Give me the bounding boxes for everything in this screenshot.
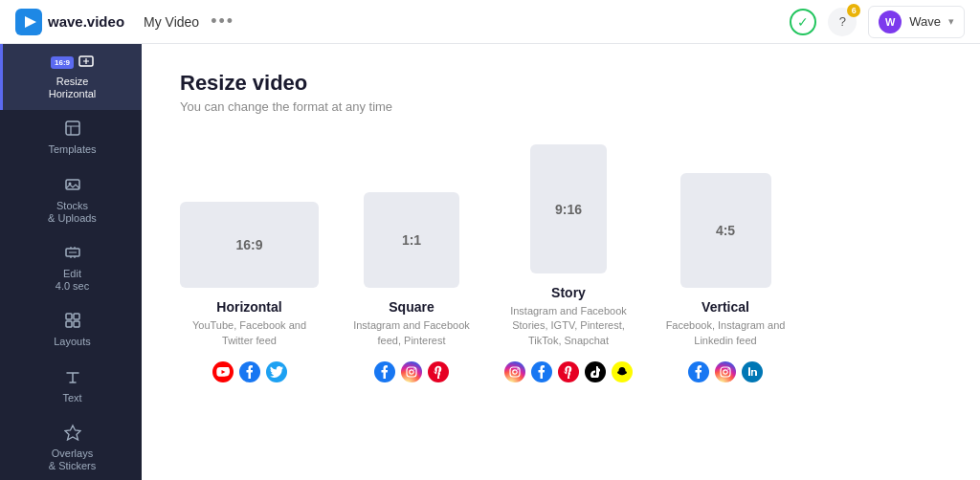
facebook-icon-sq <box>374 361 395 382</box>
format-shape-story: 9:16 <box>530 144 607 273</box>
format-icons-story <box>504 361 633 382</box>
sidebar-item-label-resize: Resize Horizontal <box>49 76 97 100</box>
sidebar-item-templates[interactable]: Templates <box>0 110 142 165</box>
format-horizontal[interactable]: 16:9 Horizontal YouTube, Facebook and Tw… <box>180 202 319 382</box>
sidebar-item-label-layouts: Layouts <box>54 336 91 348</box>
svg-point-18 <box>413 368 415 370</box>
format-icons-horizontal <box>212 361 287 382</box>
chevron-down-icon: ▾ <box>948 15 954 28</box>
overlays-icon <box>64 424 81 444</box>
sidebar-item-label-edit: Edit 4.0 sec <box>56 268 89 293</box>
format-shape-vertical: 4:5 <box>680 173 771 288</box>
layouts-icon <box>64 312 81 332</box>
pinterest-icon-sq <box>428 361 449 382</box>
edit-icon <box>64 244 81 264</box>
help-badge: 6 <box>847 4 860 17</box>
facebook-icon-st <box>531 361 552 382</box>
logo-text: wave.video <box>48 13 124 30</box>
sidebar-item-label-stocks: Stocks & Uploads <box>48 200 97 225</box>
twitter-icon <box>266 361 287 382</box>
sidebar-item-label-text: Text <box>62 392 81 404</box>
pinterest-icon-st <box>558 361 579 382</box>
sidebar: 16:9 Resize Horizontal Templates Stocks … <box>0 44 142 480</box>
avatar: W <box>879 11 902 33</box>
topbar: wave.video My Video ••• ✓ ? 6 W Wave ▾ <box>0 0 980 44</box>
templates-icon <box>64 120 81 140</box>
format-shape-horizontal: 16:9 <box>180 202 319 288</box>
sidebar-item-stocks[interactable]: Stocks & Uploads <box>0 166 142 234</box>
svg-rect-8 <box>74 314 79 319</box>
check-icon: ✓ <box>790 9 816 35</box>
instagram-icon-sq <box>401 361 422 382</box>
svg-marker-11 <box>65 425 80 440</box>
instagram-icon-vt <box>715 361 736 382</box>
youtube-icon <box>212 361 234 382</box>
facebook-icon <box>239 361 260 382</box>
main-content: Resize video You can change the format a… <box>142 44 980 480</box>
linkedin-icon-vt <box>742 361 763 382</box>
body: 16:9 Resize Horizontal Templates Stocks … <box>0 44 980 480</box>
svg-rect-3 <box>66 121 79 135</box>
format-icons-square <box>374 361 449 382</box>
project-title: My Video <box>144 14 199 30</box>
user-name: Wave <box>909 14 941 29</box>
svg-rect-9 <box>66 321 72 327</box>
sidebar-item-text[interactable]: Text <box>0 359 142 414</box>
format-ratio-vertical: 4:5 <box>716 223 735 238</box>
format-desc-square: Instagram and Facebook feed, Pinterest <box>349 318 474 348</box>
format-vertical[interactable]: 4:5 Vertical Facebook, Instagram and Lin… <box>663 173 788 382</box>
format-desc-vertical: Facebook, Instagram and Linkedin feed <box>663 318 788 348</box>
svg-rect-7 <box>66 314 72 319</box>
facebook-icon-vt <box>688 361 709 382</box>
more-options-button[interactable]: ••• <box>211 11 234 32</box>
format-name-vertical: Vertical <box>702 299 749 315</box>
format-name-horizontal: Horizontal <box>216 299 281 315</box>
sidebar-item-layouts[interactable]: Layouts <box>0 302 142 358</box>
page-title: Resize video <box>180 71 942 96</box>
sidebar-item-edit[interactable]: Edit 4.0 sec <box>0 234 142 302</box>
svg-point-17 <box>410 370 413 374</box>
formats-grid: 16:9 Horizontal YouTube, Facebook and Tw… <box>180 144 942 382</box>
page-subtitle: You can change the format at any time <box>180 99 942 114</box>
sidebar-item-label-templates: Templates <box>48 143 96 156</box>
format-desc-story: Instagram and Facebook Stories, IGTV, Pi… <box>506 304 631 348</box>
svg-point-23 <box>724 370 727 374</box>
resize-icon <box>78 54 94 72</box>
stocks-icon <box>64 176 81 196</box>
format-icons-vertical <box>688 361 763 382</box>
svg-point-20 <box>513 370 517 374</box>
text-icon <box>64 368 81 388</box>
sidebar-item-overlays[interactable]: Overlays & Stickers <box>0 414 142 480</box>
format-desc-horizontal: YouTube, Facebook and Twitter feed <box>188 318 312 348</box>
snapchat-icon-st <box>612 361 633 382</box>
format-story[interactable]: 9:16 Story Instagram and Facebook Storie… <box>504 144 633 382</box>
logo: wave.video <box>15 9 124 35</box>
instagram-icon-st <box>504 361 525 382</box>
format-ratio-horizontal: 16:9 <box>235 237 262 252</box>
aspect-badge: 16:9 <box>51 56 74 69</box>
sidebar-item-label-overlays: Overlays & Stickers <box>49 447 97 472</box>
format-shape-square: 1:1 <box>364 192 459 288</box>
tiktok-icon-st <box>585 361 606 382</box>
format-name-story: Story <box>551 285 586 300</box>
format-ratio-story: 9:16 <box>555 202 582 217</box>
format-name-square: Square <box>389 299 434 315</box>
sidebar-item-resize[interactable]: 16:9 Resize Horizontal <box>0 44 142 110</box>
help-icon: ? <box>839 14 846 29</box>
user-menu[interactable]: W Wave ▾ <box>868 6 965 38</box>
format-ratio-square: 1:1 <box>402 232 421 248</box>
svg-point-21 <box>517 368 519 370</box>
help-button[interactable]: ? 6 <box>828 8 857 36</box>
format-square[interactable]: 1:1 Square Instagram and Facebook feed, … <box>349 192 474 382</box>
svg-point-24 <box>727 368 729 370</box>
svg-rect-10 <box>74 321 79 327</box>
